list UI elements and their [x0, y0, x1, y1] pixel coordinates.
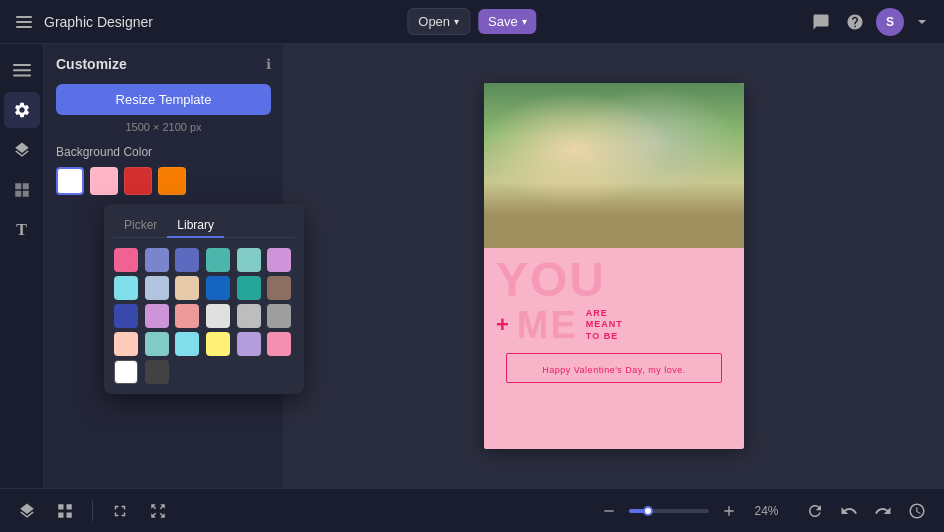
card-me-text: ME — [517, 304, 578, 347]
sidebar-icon-layers[interactable] — [4, 132, 40, 168]
topbar: Graphic Designer Open ▾ Save ▾ S — [0, 0, 944, 44]
zoom-percent: 24% — [749, 504, 784, 518]
card-me-row: + ME ARE MEANT TO BE — [496, 304, 732, 347]
color-cell[interactable] — [237, 276, 261, 300]
color-cell[interactable] — [114, 248, 138, 272]
color-cell[interactable] — [114, 332, 138, 356]
history-button[interactable] — [902, 498, 932, 524]
svg-point-7 — [561, 116, 597, 160]
svg-rect-8 — [561, 158, 597, 213]
swatch-white[interactable] — [56, 167, 84, 195]
fit-page-button[interactable] — [143, 498, 173, 524]
customize-header: Customize ℹ — [56, 56, 271, 72]
account-chevron[interactable] — [912, 12, 932, 32]
canvas-area[interactable]: YOU + ME ARE MEANT TO BE Happy Valentine… — [284, 44, 944, 488]
svg-rect-5 — [13, 75, 31, 77]
refresh-button[interactable] — [800, 498, 830, 524]
resize-template-button[interactable]: Resize Template — [56, 84, 271, 115]
color-cell[interactable] — [206, 332, 230, 356]
svg-rect-2 — [16, 26, 32, 28]
color-cell[interactable] — [175, 276, 199, 300]
svg-rect-6 — [484, 83, 744, 248]
svg-rect-10 — [632, 155, 670, 213]
color-cell[interactable] — [267, 304, 291, 328]
swatch-orange[interactable] — [158, 167, 186, 195]
card-footer: Happy Valentine's Day, my love. — [506, 353, 722, 383]
library-tab[interactable]: Library — [167, 214, 224, 238]
zoom-in-button[interactable] — [715, 499, 743, 523]
color-cell[interactable] — [175, 332, 199, 356]
dimensions-text: 1500 × 2100 px — [56, 121, 271, 133]
zoom-slider[interactable] — [629, 509, 709, 513]
color-cell[interactable] — [237, 304, 261, 328]
color-cell[interactable] — [237, 248, 261, 272]
sidebar-icon-elements[interactable] — [4, 172, 40, 208]
layers-toggle-button[interactable] — [12, 498, 42, 524]
open-button[interactable]: Open ▾ — [407, 8, 470, 35]
svg-point-12 — [620, 173, 644, 193]
color-cell[interactable] — [114, 276, 138, 300]
zoom-out-button[interactable] — [595, 499, 623, 523]
color-cell[interactable] — [175, 248, 199, 272]
color-cell[interactable] — [267, 332, 291, 356]
color-cell[interactable] — [145, 304, 169, 328]
undo-button[interactable] — [834, 498, 864, 524]
svg-point-9 — [629, 109, 669, 157]
color-cell[interactable] — [145, 360, 169, 384]
svg-rect-4 — [13, 69, 31, 71]
topbar-right: S — [808, 8, 932, 36]
bottombar: 24% — [0, 488, 944, 532]
hamburger-menu-button[interactable] — [12, 10, 36, 34]
svg-point-11 — [592, 179, 636, 207]
color-cell[interactable] — [145, 276, 169, 300]
picker-tab[interactable]: Picker — [114, 214, 167, 238]
color-grid — [114, 248, 294, 384]
save-button[interactable]: Save ▾ — [478, 9, 537, 34]
color-cell[interactable] — [267, 248, 291, 272]
card-text-area: YOU + ME ARE MEANT TO BE Happy Valentine… — [484, 248, 744, 397]
canvas-card: YOU + ME ARE MEANT TO BE Happy Valentine… — [484, 83, 744, 449]
card-footer-text: Happy Valentine's Day, my love. — [542, 365, 685, 375]
undo-redo — [800, 498, 932, 524]
color-cell[interactable] — [237, 332, 261, 356]
swatch-red[interactable] — [124, 167, 152, 195]
sidebar-icons: T — [0, 44, 44, 488]
avatar[interactable]: S — [876, 8, 904, 36]
main-area: T Customize ℹ Resize Template 1500 × 210… — [0, 44, 944, 488]
sidebar-icon-menu[interactable] — [4, 52, 40, 88]
zoom-controls: 24% — [595, 499, 784, 523]
color-picker-popup: Picker Library — [104, 204, 304, 394]
swatch-pink[interactable] — [90, 167, 118, 195]
expand-button[interactable] — [105, 498, 135, 524]
bg-color-label: Background Color — [56, 145, 271, 159]
color-cell[interactable] — [114, 360, 138, 384]
sidebar-icon-customize[interactable] — [4, 92, 40, 128]
color-cell[interactable] — [206, 276, 230, 300]
color-cell[interactable] — [145, 332, 169, 356]
comment-button[interactable] — [808, 9, 834, 35]
help-button[interactable] — [842, 9, 868, 35]
customize-title: Customize — [56, 56, 127, 72]
color-cell[interactable] — [175, 304, 199, 328]
app-title: Graphic Designer — [44, 14, 153, 30]
sidebar-icon-text[interactable]: T — [4, 212, 40, 248]
redo-button[interactable] — [868, 498, 898, 524]
svg-rect-3 — [13, 64, 31, 66]
grid-toggle-button[interactable] — [50, 498, 80, 524]
card-cross: + — [496, 312, 509, 338]
svg-rect-1 — [16, 21, 32, 23]
color-cell[interactable] — [206, 304, 230, 328]
color-cell[interactable] — [145, 248, 169, 272]
separator — [92, 501, 93, 521]
color-cell[interactable] — [267, 276, 291, 300]
color-cell[interactable] — [114, 304, 138, 328]
card-photo — [484, 83, 744, 248]
bg-color-swatches — [56, 167, 271, 195]
customize-panel: Customize ℹ Resize Template 1500 × 2100 … — [44, 44, 284, 488]
color-cell[interactable] — [206, 248, 230, 272]
svg-rect-0 — [16, 16, 32, 18]
info-icon[interactable]: ℹ — [266, 56, 271, 72]
card-meant-text: ARE MEANT TO BE — [586, 308, 623, 343]
picker-tabs: Picker Library — [114, 214, 294, 238]
card-you-text: YOU — [496, 256, 732, 304]
